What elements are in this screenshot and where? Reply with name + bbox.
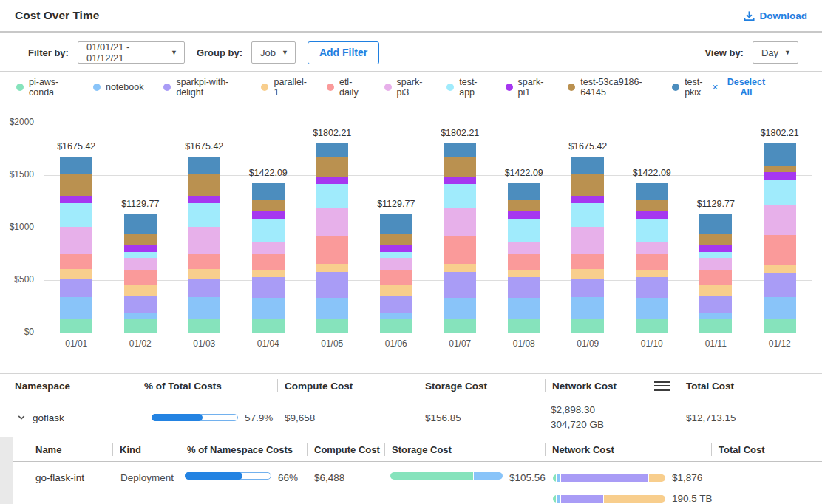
bar-segment[interactable] [380,234,412,244]
bar-segment[interactable] [508,200,540,211]
legend-item[interactable]: test-pkix [672,77,712,98]
bar-segment[interactable] [444,272,476,298]
bar-segment[interactable] [316,298,348,319]
legend-item[interactable]: pi-aws-conda [16,77,73,98]
bar-segment[interactable] [60,157,92,174]
bar-segment[interactable] [764,319,796,333]
bar-segment[interactable] [444,236,476,264]
bar-segment[interactable] [380,245,412,252]
bar-segment[interactable] [571,174,604,195]
bar-segment[interactable] [380,296,412,313]
add-filter-button[interactable]: Add Filter [308,41,379,64]
bar-segment[interactable] [764,166,796,172]
col-header-total[interactable]: Total Cost [679,374,822,398]
bar-segment[interactable] [508,298,540,319]
bar-segment[interactable] [508,277,540,298]
bar-column[interactable]: $1675.42 [556,123,620,333]
view-by-select[interactable]: Day ▼ [753,41,798,64]
bar-segment[interactable] [252,319,285,333]
bar-column[interactable]: $1422.09 [237,123,301,333]
bar-segment[interactable] [444,298,476,319]
legend-item[interactable]: parallel-1 [261,77,306,98]
bar-segment[interactable] [380,319,412,333]
bar-segment[interactable] [764,143,796,166]
table-row-goflask[interactable]: goflask 57.9% $9,658 $156.85 $2,898.30 3… [0,398,822,437]
bar-segment[interactable] [124,296,157,313]
bar-segment[interactable] [60,319,92,333]
bar-segment[interactable] [571,269,604,279]
col-header-compute-nested[interactable]: Compute Cost [307,437,384,461]
bar-segment[interactable] [764,180,796,205]
bar-segment[interactable] [124,252,157,258]
bar-segment[interactable] [124,214,157,235]
bar-segment[interactable] [60,174,92,195]
bar-segment[interactable] [444,208,476,236]
bar-segment[interactable] [60,269,92,279]
bar-segment[interactable] [571,157,604,174]
bar-segment[interactable] [188,319,220,333]
bar-segment[interactable] [508,242,540,254]
bar-segment[interactable] [252,277,285,298]
bar-segment[interactable] [252,254,285,270]
bar-segment[interactable] [636,254,668,270]
legend-item[interactable]: spark-pi1 [506,77,548,98]
bar-segment[interactable] [124,285,157,296]
bar-segment[interactable] [316,208,348,236]
col-header-pct-namespace[interactable]: % of Namespace Costs [180,437,307,461]
col-header-compute[interactable]: Compute Cost [277,374,418,398]
bar-segment[interactable] [124,313,157,319]
bar-segment[interactable] [124,258,157,270]
col-header-storage-nested[interactable]: Storage Cost [384,437,545,461]
legend-item[interactable]: sparkpi-with-delight [163,77,241,98]
bar-segment[interactable] [380,270,412,285]
bar-segment[interactable] [188,157,220,174]
bar-segment[interactable] [699,285,732,296]
bar-segment[interactable] [124,245,157,252]
bar-segment[interactable] [764,205,796,235]
bar-segment[interactable] [124,270,157,285]
legend-item[interactable]: test-53ca9186-64145 [568,77,652,98]
bar-segment[interactable] [508,183,540,200]
bar-column[interactable]: $1802.21 [748,123,812,333]
bar-segment[interactable] [699,258,732,270]
bar-segment[interactable] [316,319,348,333]
bar-segment[interactable] [699,214,732,235]
bar-segment[interactable] [699,234,732,244]
bar-segment[interactable] [508,270,540,277]
bar-segment[interactable] [764,172,796,180]
bar-segment[interactable] [636,219,668,242]
bar-segment[interactable] [636,200,668,211]
col-header-namespace[interactable]: Namespace [0,374,137,398]
legend-item[interactable]: spark-pi3 [384,77,427,98]
bar-segment[interactable] [316,184,348,208]
bar-segment[interactable] [764,273,796,297]
col-header-name[interactable]: Name [13,437,112,461]
bar-segment[interactable] [571,196,604,204]
bar-segment[interactable] [188,279,220,297]
deselect-all-button[interactable]: ✕ Deselect All [712,77,769,98]
bar-segment[interactable] [764,297,796,319]
bar-segment[interactable] [699,252,732,258]
bar-segment[interactable] [60,297,92,319]
download-button[interactable]: Download [744,10,808,21]
bar-segment[interactable] [188,196,220,204]
bar-segment[interactable] [60,196,92,204]
bar-segment[interactable] [636,277,668,298]
bar-segment[interactable] [60,279,92,297]
bar-column[interactable]: $1802.21 [428,123,492,333]
bar-segment[interactable] [252,270,285,277]
bar-segment[interactable] [444,184,476,208]
bar-segment[interactable] [252,211,285,219]
bar-segment[interactable] [188,297,220,319]
group-by-select[interactable]: Job ▼ [251,41,296,64]
table-row-go-flask-int[interactable]: go-flask-int Deployment 66% $6,488 $105.… [13,462,822,504]
bar-segment[interactable] [188,254,220,269]
bar-segment[interactable] [636,298,668,319]
bar-segment[interactable] [571,203,604,227]
bar-segment[interactable] [699,319,732,333]
bar-segment[interactable] [699,313,732,319]
bar-segment[interactable] [252,242,285,254]
bar-segment[interactable] [508,319,540,333]
bar-segment[interactable] [380,285,412,296]
bar-segment[interactable] [188,203,220,227]
